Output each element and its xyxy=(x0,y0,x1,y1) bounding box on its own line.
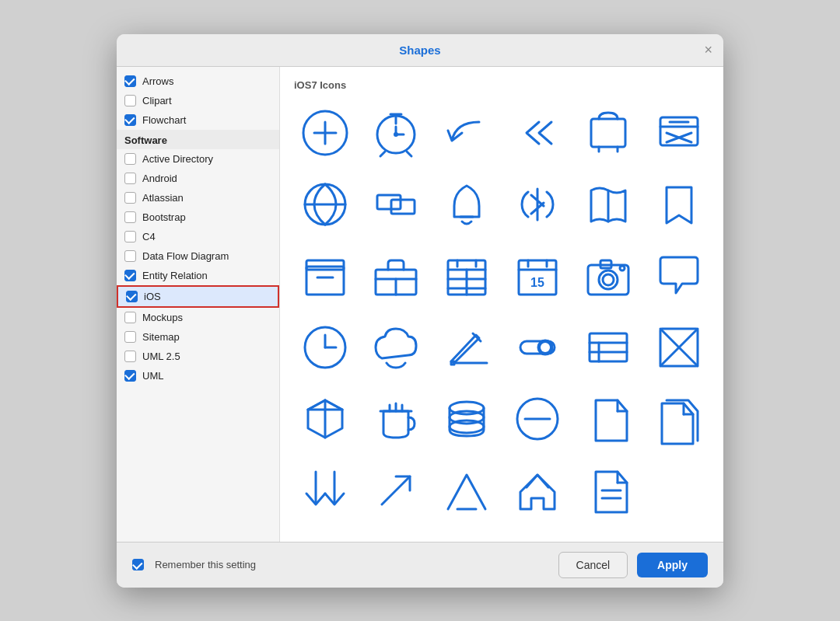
icon-cell-28 xyxy=(577,388,639,450)
icon-cell-19 xyxy=(365,316,426,379)
icon-cell-27 xyxy=(506,388,568,450)
icon-cell-23 xyxy=(648,316,709,379)
icon-cell-6 xyxy=(294,173,355,235)
checkbox-arrows[interactable] xyxy=(124,75,136,87)
icon-cell-26 xyxy=(436,388,497,450)
icon-cell-10 xyxy=(577,173,639,235)
content-area: iOS7 Icons xyxy=(280,67,723,542)
sidebar-item-data-flow-diagram[interactable]: Data Flow Diagram xyxy=(117,246,279,266)
icon-cell-16 xyxy=(577,245,639,307)
svg-rect-7 xyxy=(591,119,625,147)
icon-cell-17 xyxy=(648,245,709,307)
icon-cell-24 xyxy=(294,388,355,450)
checkbox-clipart[interactable] xyxy=(124,95,136,106)
section-title: iOS7 Icons xyxy=(294,79,709,91)
sidebar-item-mockups[interactable]: Mockups xyxy=(117,308,279,327)
checkbox-flowchart[interactable] xyxy=(124,114,136,126)
svg-rect-20 xyxy=(306,260,344,270)
svg-rect-15 xyxy=(377,195,401,209)
remember-setting: Remember this setting xyxy=(132,559,256,570)
icon-cell-12 xyxy=(294,245,355,307)
checkbox-uml[interactable] xyxy=(124,370,136,382)
checkbox-mockups[interactable] xyxy=(124,312,136,323)
icons-grid: 15 xyxy=(294,102,709,522)
remember-checkbox[interactable] xyxy=(132,559,144,570)
icon-cell-30 xyxy=(294,459,355,522)
checkbox-data-flow-diagram[interactable] xyxy=(124,250,136,262)
apply-button[interactable]: Apply xyxy=(637,553,708,577)
sidebar-item-c4[interactable]: C4 xyxy=(117,227,279,246)
svg-point-41 xyxy=(620,266,625,270)
checkbox-android[interactable] xyxy=(124,173,136,184)
dialog-title: Shapes xyxy=(399,44,440,57)
svg-text:15: 15 xyxy=(530,276,544,289)
icon-cell-15: 15 xyxy=(506,245,568,307)
sidebar-item-android[interactable]: Android xyxy=(117,169,279,188)
sidebar-item-clipart[interactable]: Clipart xyxy=(117,91,279,110)
close-button[interactable]: × xyxy=(704,43,712,57)
svg-point-6 xyxy=(394,133,397,135)
icon-cell-32 xyxy=(436,459,497,522)
cancel-button[interactable]: Cancel xyxy=(558,552,628,578)
checkbox-atlassian[interactable] xyxy=(124,192,136,204)
svg-point-39 xyxy=(603,274,614,285)
icon-cell-11 xyxy=(648,173,709,235)
icon-cell-34 xyxy=(577,459,639,522)
icon-cell-13 xyxy=(365,245,426,307)
sidebar-item-sitemap[interactable]: Sitemap xyxy=(117,327,279,347)
sidebar-item-atlassian[interactable]: Atlassian xyxy=(117,188,279,208)
checkbox-sitemap[interactable] xyxy=(124,331,136,343)
icon-cell-8 xyxy=(436,173,497,235)
svg-point-49 xyxy=(541,343,550,352)
sidebar-item-ios[interactable]: iOS xyxy=(117,285,279,308)
checkbox-ios[interactable] xyxy=(126,291,138,302)
sidebar-item-active-directory[interactable]: Active Directory xyxy=(117,149,279,169)
icon-cell-18 xyxy=(294,316,355,379)
shapes-dialog: Shapes × ArrowsClipartFlowchart Software… xyxy=(117,34,723,588)
svg-rect-50 xyxy=(590,333,627,361)
sidebar: ArrowsClipartFlowchart Software Active D… xyxy=(117,67,280,542)
dialog-body: ArrowsClipartFlowchart Software Active D… xyxy=(117,67,723,542)
icon-cell-3 xyxy=(506,102,568,164)
icon-cell-29 xyxy=(648,388,709,450)
checkbox-uml-25[interactable] xyxy=(124,351,136,362)
svg-point-65 xyxy=(450,420,484,433)
icon-cell-22 xyxy=(577,316,639,379)
remember-label: Remember this setting xyxy=(155,559,256,570)
sidebar-item-entity-relation[interactable]: Entity Relation xyxy=(117,266,279,285)
sidebar-item-arrows[interactable]: Arrows xyxy=(117,72,279,91)
dialog-header: Shapes × xyxy=(117,34,723,67)
sidebar-item-bootstrap[interactable]: Bootstrap xyxy=(117,208,279,227)
sidebar-item-uml[interactable]: UML xyxy=(117,366,279,386)
icon-cell-0 xyxy=(294,102,355,164)
dialog-footer: Remember this setting Cancel Apply xyxy=(117,542,723,588)
icon-cell-25 xyxy=(365,388,426,450)
checkbox-entity-relation[interactable] xyxy=(124,270,136,281)
icon-cell-7 xyxy=(365,173,426,235)
svg-line-74 xyxy=(382,476,410,504)
icon-cell-9 xyxy=(506,173,568,235)
icon-cell-5 xyxy=(648,102,709,164)
checkbox-c4[interactable] xyxy=(124,231,136,242)
icon-cell-4 xyxy=(577,102,639,164)
sidebar-item-uml-25[interactable]: UML 2.5 xyxy=(117,347,279,366)
software-section-header: Software xyxy=(117,130,279,149)
icon-cell-20 xyxy=(436,316,497,379)
svg-rect-16 xyxy=(391,200,415,214)
checkbox-bootstrap[interactable] xyxy=(124,211,136,223)
checkbox-active-directory[interactable] xyxy=(124,153,136,165)
sidebar-item-flowchart[interactable]: Flowchart xyxy=(117,110,279,130)
icon-cell-21 xyxy=(506,316,568,379)
icon-cell-14 xyxy=(436,245,497,307)
icon-cell-31 xyxy=(365,459,426,522)
icon-cell-2 xyxy=(436,102,497,164)
icon-cell-33 xyxy=(506,459,568,522)
icon-cell-1 xyxy=(365,102,426,164)
